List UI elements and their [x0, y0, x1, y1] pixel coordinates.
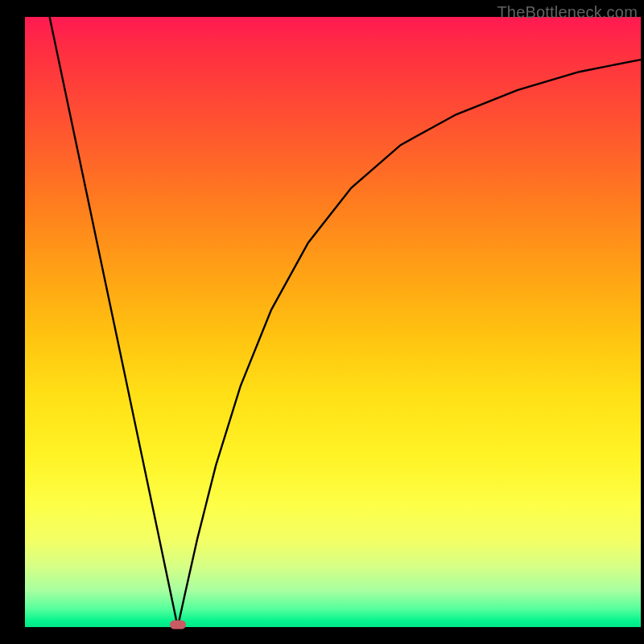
- minimum-marker: [170, 620, 186, 629]
- watermark-text: TheBottleneck.com: [497, 3, 638, 22]
- plot-area: [25, 17, 641, 627]
- curve-layer: [25, 17, 641, 627]
- chart-frame: TheBottleneck.com: [0, 0, 644, 644]
- right-branch-curve: [178, 60, 641, 627]
- left-branch-curve: [50, 17, 178, 627]
